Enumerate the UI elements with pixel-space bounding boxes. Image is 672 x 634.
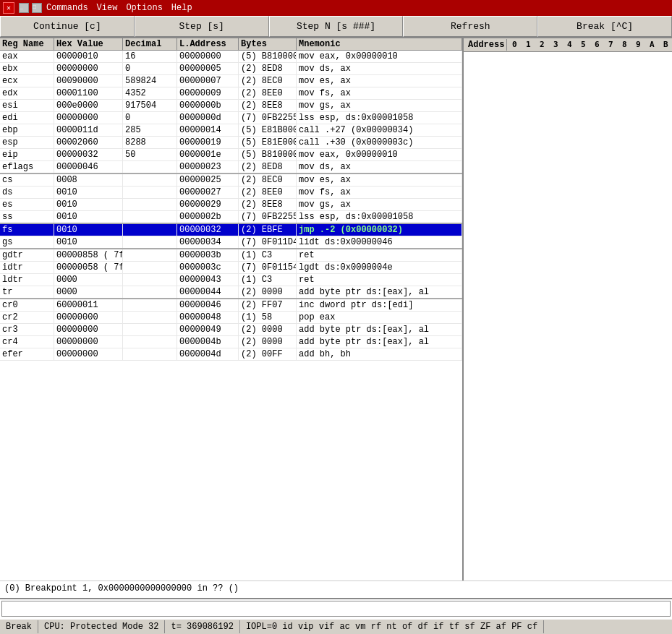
table-row[interactable]: cr0 60000011 00000046 (2) FF07 inc dword… [0, 299, 462, 312]
hex-col-label: 3 [550, 40, 561, 50]
cell-dec: 0 [123, 112, 177, 124]
cell-mnemonic: pop eax [297, 312, 462, 323]
table-row[interactable]: eax 00000010 16 00000000 (5) B810000... … [0, 51, 462, 63]
table-row[interactable]: esi 000e0000 917504 0000000b (2) 8EE8 mo… [0, 100, 462, 112]
menu-options[interactable]: Options [126, 3, 162, 13]
cell-hex: 00000032 [54, 149, 123, 160]
table-row[interactable]: ss 0010 0000002b (7) 0FB2255... lss esp,… [0, 211, 462, 224]
cell-hex: 0000 [54, 274, 123, 286]
table-row[interactable]: edi 00000000 0 0000000d (7) 0FB2255... l… [0, 112, 462, 124]
header-mnemonic: Mnemonic [297, 38, 462, 50]
cell-dec: 917504 [123, 100, 177, 111]
status-cpu: CPU: Protected Mode 32 [38, 620, 165, 633]
cell-reg: ebp [0, 124, 54, 136]
cell-reg: fs [0, 224, 54, 236]
cell-reg: idtr [0, 262, 54, 273]
table-row[interactable]: cs 0008 00000025 (2) 8EC0 mov es, ax [0, 174, 462, 187]
table-row[interactable]: fs 0010 00000032 (2) EBFE jmp .-2 (0x000… [0, 224, 462, 236]
table-row[interactable]: edx 00001100 4352 00000009 (2) 8EE0 mov … [0, 87, 462, 100]
command-input[interactable] [1, 601, 671, 617]
cell-laddr: 00000027 [177, 187, 239, 198]
header-hex-value: Hex Value [54, 38, 123, 50]
status-iopl: IOPL=0 id vip vif ac vm rf nt of df if t… [240, 620, 544, 633]
hex-col-label: 4 [563, 40, 575, 50]
refresh-button[interactable]: Refresh [403, 16, 537, 37]
cell-mnemonic: mov es, ax [297, 75, 462, 87]
cell-laddr: 0000004b [177, 336, 239, 348]
break-button[interactable]: Break [^C] [537, 16, 672, 37]
table-row[interactable]: gs 0010 00000034 (7) 0F011D4... lidt ds:… [0, 236, 462, 249]
hex-col-label: 5 [577, 40, 589, 50]
cell-laddr: 0000000d [177, 112, 239, 124]
table-row[interactable]: efer 00000000 0000004d (2) 00FF add bh, … [0, 348, 462, 361]
cell-reg: eflags [0, 161, 54, 173]
step-button[interactable]: Step [s] [135, 16, 269, 37]
cell-laddr: 0000004d [177, 348, 239, 360]
table-row[interactable]: cr4 00000000 0000004b (2) 0000 add byte … [0, 336, 462, 348]
table-row[interactable]: idtr 00000058 ( 7ff) 0000003c (7) 0F0115… [0, 262, 462, 274]
close-button[interactable]: ✕ [3, 2, 14, 14]
table-row[interactable]: ebx 00000000 0 00000005 (2) 8ED8 mov ds,… [0, 63, 462, 75]
cell-dec [123, 161, 177, 173]
cell-bytes: (2) FF07 [239, 299, 297, 311]
cell-mnemonic: inc dword ptr ds:[edi] [297, 299, 462, 311]
maximize-button[interactable]: □ [32, 3, 42, 13]
cell-reg: ecx [0, 75, 54, 87]
menu-bar: Commands View Options Help [46, 3, 192, 13]
cell-laddr: 0000000b [177, 100, 239, 111]
cell-laddr: 00000023 [177, 161, 239, 173]
cell-hex: 0008 [54, 174, 123, 186]
cell-mnemonic: mov eax, 0x00000010 [297, 149, 462, 160]
cell-mnemonic: add byte ptr ds:[eax], al [297, 286, 462, 298]
table-row[interactable]: ldtr 0000 00000043 (1) C3 ret [0, 274, 462, 286]
cell-hex: 00000046 [54, 161, 123, 173]
minimize-button[interactable]: _ [19, 3, 29, 13]
table-row[interactable]: gdtr 00000858 ( 7ff) 0000003b (1) C3 ret [0, 249, 462, 262]
menu-help[interactable]: Help [171, 3, 192, 13]
cell-bytes: (7) 0FB2255... [239, 112, 297, 124]
cell-dec [123, 336, 177, 348]
table-row[interactable]: tr 0000 00000044 (2) 0000 add byte ptr d… [0, 286, 462, 299]
cell-laddr: 0000002b [177, 211, 239, 223]
hex-body[interactable] [464, 52, 672, 581]
cell-hex: 00000058 ( 7ff) [54, 262, 123, 273]
cell-laddr: 00000014 [177, 124, 239, 136]
cell-bytes: (2) 8ED8 [239, 161, 297, 173]
table-row[interactable]: ebp 0000011d 285 00000014 (5) E81B000...… [0, 124, 462, 137]
table-row[interactable]: cr2 00000000 00000048 (1) 58 pop eax [0, 312, 462, 324]
cell-laddr: 0000001e [177, 149, 239, 160]
table-row[interactable]: es 0010 00000029 (2) 8EE8 mov gs, ax [0, 199, 462, 211]
continue-button[interactable]: Continue [c] [0, 16, 135, 37]
cell-hex: 0000 [54, 286, 123, 298]
cell-reg: cr0 [0, 299, 54, 311]
cell-bytes: (1) 58 [239, 312, 297, 323]
cell-hex: 00000000 [54, 348, 123, 360]
cell-reg: ss [0, 211, 54, 223]
left-panel: Reg Name Hex Value Decimal L.Address Byt… [0, 38, 462, 581]
step-n-button[interactable]: Step N [s ###] [269, 16, 404, 37]
cell-dec [123, 312, 177, 323]
cell-dec [123, 199, 177, 210]
cell-reg: ldtr [0, 274, 54, 286]
breakpoint-text: (0) Breakpoint 1, 0x0000000000000000 in … [4, 583, 239, 594]
cell-dec [123, 299, 177, 311]
cell-bytes: (7) 0F011D4... [239, 236, 297, 248]
table-body[interactable]: eax 00000010 16 00000000 (5) B810000... … [0, 51, 462, 581]
cell-dec [123, 324, 177, 335]
table-row[interactable]: ds 0010 00000027 (2) 8EE0 mov fs, ax [0, 187, 462, 199]
table-row[interactable]: ecx 00090000 589824 00000007 (2) 8EC0 mo… [0, 75, 462, 87]
menu-commands[interactable]: Commands [46, 3, 88, 13]
cell-laddr: 0000003c [177, 262, 239, 273]
cell-laddr: 00000009 [177, 87, 239, 99]
table-row[interactable]: esp 00002060 8288 00000019 (5) E81E000..… [0, 137, 462, 149]
table-row[interactable]: eip 00000032 50 0000001e (5) B810000... … [0, 149, 462, 161]
hex-col-label: 1 [522, 40, 534, 50]
cell-dec [123, 224, 177, 236]
cell-mnemonic: lidt ds:0x00000046 [297, 236, 462, 248]
hex-address-label: Address [466, 39, 507, 51]
cell-mnemonic: lgdt ds:0x0000004e [297, 262, 462, 273]
menu-view[interactable]: View [97, 3, 118, 13]
cell-dec: 589824 [123, 75, 177, 87]
table-row[interactable]: eflags 00000046 00000023 (2) 8ED8 mov ds… [0, 161, 462, 174]
table-row[interactable]: cr3 00000000 00000049 (2) 0000 add byte … [0, 324, 462, 336]
